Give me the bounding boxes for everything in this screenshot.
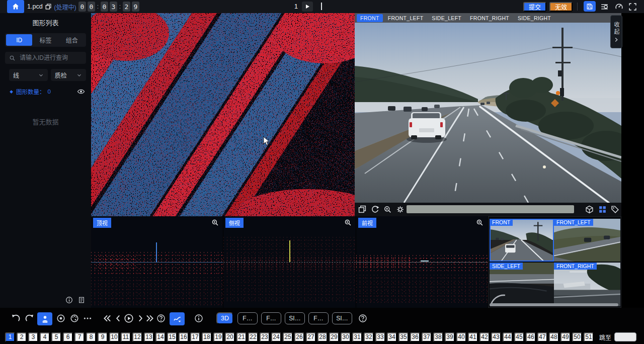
help-icon[interactable] — [156, 314, 166, 323]
view-3d-button[interactable]: 3D — [216, 312, 233, 324]
undo-icon[interactable] — [11, 314, 20, 323]
thumbnail-side-left[interactable]: SIDE_LEFT — [490, 263, 554, 306]
page-button-10[interactable]: 10 — [109, 332, 119, 342]
page-button-40[interactable]: 40 — [456, 332, 466, 342]
page-button-19[interactable]: 19 — [213, 332, 223, 342]
invalid-button[interactable]: 无效 — [549, 2, 573, 12]
page-button-5[interactable]: 5 — [51, 332, 61, 342]
cube-3d-icon[interactable] — [585, 205, 594, 214]
ortho-view-front[interactable]: 前视 — [356, 216, 488, 308]
redo-icon[interactable] — [25, 314, 34, 323]
page-button-6[interactable]: 6 — [63, 332, 73, 342]
page-button-27[interactable]: 27 — [306, 332, 316, 342]
page-button-13[interactable]: 13 — [144, 332, 154, 342]
magnify-plus-icon[interactable] — [476, 219, 484, 226]
save-button[interactable] — [584, 1, 596, 12]
page-button-50[interactable]: 50 — [572, 332, 582, 342]
camera-tab-front[interactable]: FRONT — [357, 14, 383, 22]
tag-icon[interactable] — [611, 205, 619, 214]
page-button-45[interactable]: 45 — [514, 332, 524, 342]
overlay-copy-icon[interactable] — [358, 205, 367, 214]
camera-view-button-4[interactable]: SI… — [332, 312, 352, 324]
page-button-14[interactable]: 14 — [155, 332, 166, 342]
ortho-view-side[interactable]: 侧视 — [223, 216, 356, 308]
spline-tool-button[interactable] — [170, 312, 185, 325]
magnify-plus-icon[interactable] — [211, 219, 219, 226]
thumbnail-front-right[interactable]: FRONT_RIGHT — [554, 263, 620, 306]
camera-view-button-0[interactable]: F… — [237, 312, 258, 324]
gear-icon[interactable] — [396, 205, 405, 214]
next-frame-icon[interactable] — [136, 314, 145, 323]
info-icon[interactable] — [194, 314, 203, 323]
page-button-4[interactable]: 4 — [40, 332, 50, 342]
pointcloud-3d-view[interactable] — [91, 13, 355, 216]
page-button-25[interactable]: 25 — [283, 332, 293, 342]
page-button-32[interactable]: 32 — [364, 332, 374, 342]
thumbnail-front-left[interactable]: FRONT_LEFT — [554, 219, 620, 262]
info-icon[interactable] — [65, 296, 73, 304]
tab-label[interactable]: 标签 — [32, 34, 58, 46]
visibility-eye-icon[interactable] — [77, 88, 85, 96]
type-filter-select[interactable]: 线 — [9, 69, 48, 81]
page-button-37[interactable]: 37 — [422, 332, 432, 342]
annotator-mode-button[interactable] — [37, 312, 52, 325]
page-button-9[interactable]: 9 — [98, 332, 108, 342]
page-button-17[interactable]: 17 — [190, 332, 200, 342]
play-button[interactable] — [302, 2, 313, 12]
help-icon[interactable] — [358, 314, 367, 323]
camera-view-button-3[interactable]: F… — [308, 312, 329, 324]
page-button-29[interactable]: 29 — [329, 332, 339, 342]
page-button-28[interactable]: 28 — [317, 332, 328, 342]
page-button-11[interactable]: 11 — [121, 332, 131, 342]
thumbnails-scrollbar[interactable] — [490, 303, 618, 306]
magnify-plus-icon[interactable] — [344, 219, 352, 226]
fullscreen-icon[interactable] — [628, 3, 637, 11]
zoom-in-icon[interactable] — [383, 205, 392, 214]
page-button-35[interactable]: 35 — [398, 332, 409, 342]
page-button-23[interactable]: 23 — [260, 332, 270, 342]
page-button-44[interactable]: 44 — [503, 332, 513, 342]
more-options-icon[interactable] — [83, 314, 92, 323]
camera-timeline-scrollbar[interactable] — [407, 205, 574, 213]
page-button-42[interactable]: 42 — [479, 332, 490, 342]
page-button-16[interactable]: 16 — [179, 332, 189, 342]
camera-tab-side_left[interactable]: SIDE_LEFT — [428, 14, 465, 22]
page-button-15[interactable]: 15 — [167, 332, 177, 342]
dashboard-gauge-icon[interactable] — [615, 3, 623, 11]
jump-to-input[interactable] — [614, 332, 636, 341]
id-search-input[interactable] — [19, 54, 82, 62]
camera-tab-front_right[interactable]: FRONT_RIGHT — [466, 14, 513, 22]
page-button-38[interactable]: 38 — [433, 332, 443, 342]
page-button-18[interactable]: 18 — [202, 332, 212, 342]
page-button-7[interactable]: 7 — [74, 332, 85, 342]
page-button-8[interactable]: 8 — [86, 332, 96, 342]
camera-tab-side_right[interactable]: SIDE_RIGHT — [514, 14, 554, 22]
page-button-31[interactable]: 31 — [352, 332, 362, 342]
submit-button[interactable]: 提交 — [523, 2, 546, 12]
play-sequence-icon[interactable] — [124, 313, 134, 323]
page-button-36[interactable]: 36 — [410, 332, 420, 342]
grid-layout-icon[interactable] — [598, 205, 607, 214]
copy-icon[interactable] — [45, 4, 52, 10]
camera-tab-front_left[interactable]: FRONT_LEFT — [384, 14, 427, 22]
page-button-39[interactable]: 39 — [445, 332, 455, 342]
target-icon[interactable] — [56, 314, 65, 323]
tab-id[interactable]: ID — [6, 34, 32, 46]
page-button-43[interactable]: 43 — [491, 332, 501, 342]
stage-filter-select[interactable]: 质检 — [51, 69, 86, 81]
page-button-34[interactable]: 34 — [387, 332, 397, 342]
collapse-panel-button[interactable]: 收起 — [610, 15, 622, 48]
page-button-51[interactable]: 51 — [584, 332, 594, 342]
last-frame-icon[interactable] — [145, 314, 154, 323]
page-button-48[interactable]: 48 — [549, 332, 559, 342]
ortho-view-top[interactable]: 顶视 — [91, 216, 223, 308]
page-button-26[interactable]: 26 — [294, 332, 304, 342]
page-button-47[interactable]: 47 — [537, 332, 547, 342]
page-button-24[interactable]: 24 — [271, 332, 281, 342]
camera-view-button-1[interactable]: F… — [261, 312, 281, 324]
notes-icon[interactable] — [78, 296, 85, 304]
page-button-3[interactable]: 3 — [28, 332, 38, 342]
first-frame-icon[interactable] — [103, 314, 112, 323]
page-button-2[interactable]: 2 — [17, 332, 27, 342]
page-button-1[interactable]: 1 — [5, 332, 15, 342]
